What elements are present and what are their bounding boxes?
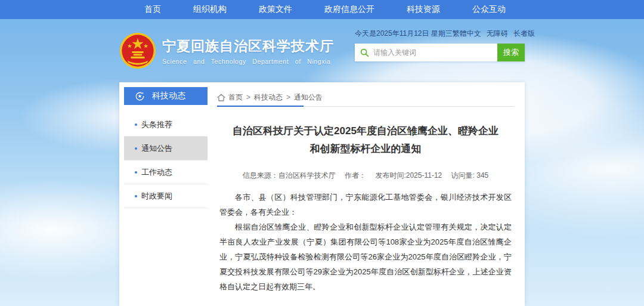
link-senior-version[interactable]: 长者版	[513, 29, 535, 39]
search-box: 搜索	[355, 44, 525, 61]
search-button[interactable]: 搜索	[497, 44, 525, 61]
article-title: 自治区科技厅关于认定2025年度自治区雏鹰企业、瞪羚企业 和创新型标杆企业的通知	[219, 122, 512, 158]
breadcrumb-home[interactable]: 首页	[228, 92, 243, 103]
sidebar-list: 头条推荐 通知公告 工作动态 时政要闻	[124, 113, 208, 208]
link-accessibility[interactable]: 无障碍	[487, 29, 508, 39]
breadcrumb-current: 通知公告	[294, 92, 323, 103]
content-panel: 科技动态 头条推荐 通知公告 工作动态 时政要闻	[119, 82, 525, 306]
meta-publish-time: 发布时间:2025-11-12	[375, 171, 442, 180]
nav-item-gov-info[interactable]: 政府信息公开	[324, 4, 374, 15]
breadcrumb-separator: >	[246, 93, 250, 101]
nav-item-resources[interactable]: 科技资源	[407, 4, 440, 15]
breadcrumb-separator: >	[286, 93, 290, 101]
meta-author: 作者：	[345, 171, 366, 180]
national-emblem-icon	[119, 32, 156, 69]
sidebar-item-label: 工作动态	[141, 167, 172, 178]
sidebar-title: 科技动态	[152, 91, 185, 101]
site-title: 宁夏回族自治区科学技术厅	[162, 37, 334, 55]
site-header: 宁夏回族自治区科学技术厅 Science and Technology Depa…	[0, 19, 644, 82]
sidebar-item-label: 头条推荐	[141, 119, 172, 130]
current-date: 今天是2025年11月12日 星期三	[355, 29, 453, 39]
header-top-row: 今天是2025年11月12日 星期三 繁體中文 无障碍 长者版	[355, 29, 525, 38]
nav-item-organization[interactable]: 组织机构	[193, 4, 227, 15]
bullet-dot-icon	[135, 147, 137, 150]
meta-source: 信息来源：自治区科学技术厅	[243, 171, 336, 180]
bullet-dot-icon	[135, 195, 137, 197]
nav-item-policy[interactable]: 政策文件	[259, 4, 292, 15]
quick-links: 繁體中文 无障碍 长者版	[453, 29, 535, 39]
sidebar: 科技动态 头条推荐 通知公告 工作动态 时政要闻	[124, 87, 208, 301]
article-title-line1: 自治区科技厅关于认定2025年度自治区雏鹰企业、瞪羚企业	[219, 122, 512, 140]
link-traditional-chinese[interactable]: 繁體中文	[453, 29, 481, 39]
home-icon	[217, 94, 225, 101]
sidebar-item-politics-news[interactable]: 时政要闻	[124, 184, 208, 208]
article-title-line2: 和创新型标杆企业的通知	[219, 140, 512, 158]
brand-text: 宁夏回族自治区科学技术厅 Science and Technology Depa…	[162, 37, 334, 65]
nav-item-home[interactable]: 首页	[144, 4, 161, 15]
bullet-dot-icon	[135, 171, 137, 174]
sidebar-item-notices[interactable]: 通知公告	[124, 137, 208, 160]
breadcrumb-divider	[217, 106, 514, 107]
main-column: 首页 > 科技动态 > 通知公告 自治区科技厅关于认定2025年度自治区雏鹰企业…	[208, 87, 520, 301]
article-body: 各市、县（区）科技管理部门，宁东能源化工基地管委会，银川经济技术开发区管委会，各…	[219, 190, 512, 294]
page: { "colors": { "nav_blue": "#3e7ddc", "se…	[0, 0, 644, 306]
sidebar-item-work-trends[interactable]: 工作动态	[124, 160, 208, 184]
search-icon	[360, 48, 369, 57]
sidebar-header-tech-news[interactable]: 科技动态	[124, 87, 208, 105]
breadcrumb-divider-accent	[217, 106, 304, 107]
breadcrumb: 首页 > 科技动态 > 通知公告	[217, 87, 514, 105]
nav-items: 首页 组织机构 政策文件 政府信息公开 科技资源 公众互动	[128, 4, 522, 15]
header-right: 今天是2025年11月12日 星期三 繁體中文 无障碍 长者版 搜索	[355, 29, 525, 61]
meta-visits: 访问量: 345	[451, 171, 489, 180]
article-paragraph: 各市、县（区）科技管理部门，宁东能源化工基地管委会，银川经济技术开发区管委会，各…	[219, 190, 512, 220]
sidebar-item-headlines[interactable]: 头条推荐	[124, 113, 208, 137]
breadcrumb-tech-news[interactable]: 科技动态	[254, 92, 283, 103]
article-paragraph: 根据自治区雏鹰企业、瞪羚企业和创新型标杆企业认定管理有关规定，决定认定半亩良人农…	[219, 220, 512, 294]
sidebar-item-label: 通知公告	[141, 143, 172, 154]
article: 自治区科技厅关于认定2025年度自治区雏鹰企业、瞪羚企业 和创新型标杆企业的通知…	[217, 107, 514, 306]
article-meta: 信息来源：自治区科学技术厅 作者： 发布时间:2025-11-12 访问量: 3…	[219, 171, 512, 181]
nav-item-interaction[interactable]: 公众互动	[472, 4, 506, 15]
top-navbar: 首页 组织机构 政策文件 政府信息公开 科技资源 公众互动	[0, 0, 644, 19]
sidebar-item-label: 时政要闻	[141, 191, 172, 202]
search-input[interactable]	[373, 44, 497, 61]
site-logo-link[interactable]: 宁夏回族自治区科学技术厅 Science and Technology Depa…	[119, 32, 334, 69]
bullet-dot-icon	[135, 123, 137, 126]
star-circle-icon	[135, 91, 145, 101]
site-subtitle: Science and Technology Department of Nin…	[162, 58, 334, 65]
